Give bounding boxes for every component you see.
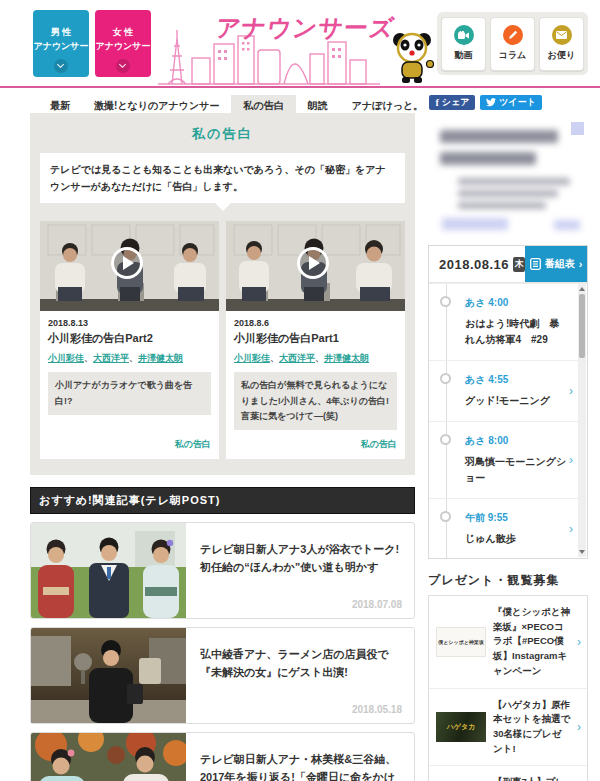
tab-gekisatsu[interactable]: 激撮!となりのアナウンサー <box>82 95 231 113</box>
present-thumbnail: 僕とシッポと神楽坂 <box>436 627 486 657</box>
present-item[interactable]: 僕とシッポと神楽坂 『僕とシッポと神楽坂』×PECOコラボ【#PECO僕坂】In… <box>429 596 587 688</box>
chevron-right-icon <box>579 258 583 270</box>
chevron-right-icon <box>569 453 573 467</box>
video-card[interactable]: 2018.8.6 小川彩佳の告白Part1 小川彩佳、大西洋平、井澤健太朗 私の… <box>226 221 405 459</box>
section-description: テレビでは見ることも知ることも出来ないであろう、その「秘密」をアナウンサーがあな… <box>40 153 405 203</box>
facebook-icon: f <box>435 97 438 108</box>
sidebar: 2018.08.16 木 番組表 あさ 4:00 おはよう!時代劇 暴れん坊将軍… <box>428 120 588 781</box>
schedule-title: じゅん散歩 <box>465 531 569 547</box>
column-button[interactable]: コラム <box>490 17 535 71</box>
tab-reading[interactable]: 朗読 <box>296 95 340 113</box>
mail-icon <box>552 25 572 45</box>
article-body: 弘中綾香アナ、ラーメン店の店員役で『未解決の女』にゲスト出演! 2018.05.… <box>186 628 414 723</box>
weekday-badge: 木 <box>513 257 525 272</box>
present-section-heading: プレゼント・観覧募集 <box>428 572 588 589</box>
video-thumbnail[interactable] <box>226 221 405 311</box>
scrollbar-thumb[interactable] <box>579 294 585 358</box>
nav-tabs: 最新 激撮!となりのアナウンサー 私の告白 朗読 アナぽけっと。 <box>38 95 435 113</box>
schedule-time: あさ 8:00 <box>465 434 569 448</box>
announcer-link[interactable]: 大西洋平 <box>93 353 129 363</box>
video-category-tag[interactable]: 私の告白 <box>48 430 211 451</box>
article-card[interactable]: テレビ朝日新人アナ3人が浴衣でトーク!初任給の“ほんわか”使い道も明かす 201… <box>30 522 415 619</box>
schedule-title: 羽鳥慎一モーニングショー <box>465 454 569 486</box>
chevron-right-icon <box>577 635 581 649</box>
videos-button[interactable]: 動画 <box>441 17 486 71</box>
ad-placeholder[interactable] <box>428 120 588 238</box>
video-description: 私の告白が無料で見られるようになりました!小川さん、4年ぶりの告白!言葉に気をつ… <box>234 372 397 430</box>
schedule-time: あさ 4:55 <box>465 373 569 387</box>
main-navigation: 最新 激撮!となりのアナウンサー 私の告白 朗読 アナぽけっと。 f シェア ツ… <box>30 95 570 113</box>
page: 男 性 アナウンサー 女 性 アナウンサー <box>0 0 600 781</box>
timeline-dot <box>440 434 451 445</box>
schedule-title: グッド!モーニング <box>465 393 569 409</box>
my-confession-section: 私の告白 テレビでは見ることも知ることも出来ないであろう、その「秘密」をアナウン… <box>30 113 415 475</box>
video-camera-icon <box>454 25 474 45</box>
program-guide-card: 2018.08.16 木 番組表 あさ 4:00 おはよう!時代劇 暴れん坊将軍… <box>428 245 588 559</box>
schedule-item[interactable]: 午前 9:55 じゅん散歩 <box>429 498 587 558</box>
chevron-down-icon <box>116 59 130 73</box>
announcer-link[interactable]: 大西洋平 <box>279 353 315 363</box>
article-card[interactable]: テレビ朝日新人アナ・林美桜&三谷紬、2017年を振り返る!「金曜日に命をかける」… <box>30 732 415 781</box>
male-announcers-button[interactable]: 男 性 アナウンサー <box>33 10 89 77</box>
video-card[interactable]: 2018.8.13 小川彩佳の告白Part2 小川彩佳、大西洋平、井澤健太朗 小… <box>40 221 219 459</box>
letters-label: お便り <box>548 49 575 62</box>
video-title[interactable]: 小川彩佳の告白Part2 <box>48 331 211 346</box>
schedule-item[interactable]: あさ 4:00 おはよう!時代劇 暴れん坊将軍4 #29 <box>429 283 587 360</box>
article-image <box>31 733 186 781</box>
site-logo[interactable]: アナウンサーズ <box>158 0 428 86</box>
present-item[interactable]: 刑事7人 【刑事7人】プレゼントクイズ企画! <box>429 765 587 781</box>
separator: 、 <box>315 353 324 363</box>
program-guide-header: 2018.08.16 木 番組表 <box>429 246 587 282</box>
tab-my-confession[interactable]: 私の告白 <box>231 95 295 113</box>
schedule-item[interactable]: あさ 4:55 グッド!モーニング <box>429 360 587 421</box>
scroll-down-arrow[interactable] <box>579 550 585 554</box>
announcer-link[interactable]: 井澤健太朗 <box>324 353 369 363</box>
play-button-icon[interactable] <box>111 247 143 279</box>
schedule-title: おはよう!時代劇 暴れん坊将軍4 #29 <box>465 316 569 348</box>
present-title: 【刑事7人】プレゼントクイズ企画! <box>493 775 571 781</box>
speech-bubble-pointer <box>215 203 231 211</box>
present-thumbnail: ハゲタカ <box>436 712 486 742</box>
facebook-share-button[interactable]: f シェア <box>429 95 475 110</box>
present-title: 【ハゲタカ】原作本セットを抽選で30名様にプレゼント! <box>493 698 571 757</box>
article-title[interactable]: テレビ朝日新人アナ3人が浴衣でトーク!初任給の“ほんわか”使い道も明かす <box>200 541 400 576</box>
twitter-tweet-button[interactable]: ツイート <box>480 95 542 110</box>
female-announcers-button[interactable]: 女 性 アナウンサー <box>95 10 151 77</box>
related-articles-heading: おすすめ!関連記事(テレ朝POST) <box>30 487 415 514</box>
program-schedule-list: あさ 4:00 おはよう!時代劇 暴れん坊将軍4 #29 あさ 4:55 グッド… <box>429 282 587 558</box>
program-guide-button[interactable]: 番組表 <box>525 246 587 282</box>
timeline-dot <box>440 511 451 522</box>
schedule-time: あさ 4:00 <box>465 296 569 310</box>
scroll-up-arrow[interactable] <box>579 287 585 291</box>
announcer-link[interactable]: 井澤健太朗 <box>138 353 183 363</box>
chevron-right-icon <box>569 522 573 536</box>
play-button-icon[interactable] <box>297 247 329 279</box>
site-logo-text: アナウンサーズ <box>214 12 397 44</box>
article-card[interactable]: 弘中綾香アナ、ラーメン店の店員役で『未解決の女』にゲスト出演! 2018.05.… <box>30 627 415 724</box>
video-thumbnail[interactable] <box>40 221 219 311</box>
tab-ana-pocket[interactable]: アナぽけっと。 <box>340 95 435 113</box>
letters-button[interactable]: お便り <box>539 17 584 71</box>
twitter-tweet-label: ツイート <box>499 96 536 109</box>
scrollbar[interactable] <box>578 284 586 557</box>
article-date: 2018.07.08 <box>352 599 402 610</box>
present-item[interactable]: ハゲタカ 【ハゲタカ】原作本セットを抽選で30名様にプレゼント! <box>429 688 587 766</box>
article-image <box>31 523 186 618</box>
female-announcers-label-line1: 女 性 <box>113 27 134 37</box>
video-list: 2018.8.13 小川彩佳の告白Part2 小川彩佳、大西洋平、井澤健太朗 小… <box>40 221 405 459</box>
video-title[interactable]: 小川彩佳の告白Part1 <box>234 331 397 346</box>
article-body: テレビ朝日新人アナ・林美桜&三谷紬、2017年を振り返る!「金曜日に命をかける」… <box>186 733 414 781</box>
share-buttons: f シェア ツイート <box>429 95 542 110</box>
announcer-link[interactable]: 小川彩佳 <box>234 353 270 363</box>
announcer-link[interactable]: 小川彩佳 <box>48 353 84 363</box>
schedule-item[interactable]: あさ 8:00 羽鳥慎一モーニングショー <box>429 421 587 498</box>
article-title[interactable]: 弘中綾香アナ、ラーメン店の店員役で『未解決の女』にゲスト出演! <box>200 646 400 681</box>
chevron-right-icon <box>577 720 581 734</box>
article-title[interactable]: テレビ朝日新人アナ・林美桜&三谷紬、2017年を振り返る!「金曜日に命をかける」 <box>200 751 400 781</box>
tab-latest[interactable]: 最新 <box>38 95 82 113</box>
column-label: コラム <box>499 49 527 62</box>
announcer-links: 小川彩佳、大西洋平、井澤健太朗 <box>48 351 211 365</box>
video-category-tag[interactable]: 私の告白 <box>234 430 397 451</box>
article-body: テレビ朝日新人アナ3人が浴衣でトーク!初任給の“ほんわか”使い道も明かす 201… <box>186 523 414 618</box>
section-title: 私の告白 <box>40 125 405 143</box>
